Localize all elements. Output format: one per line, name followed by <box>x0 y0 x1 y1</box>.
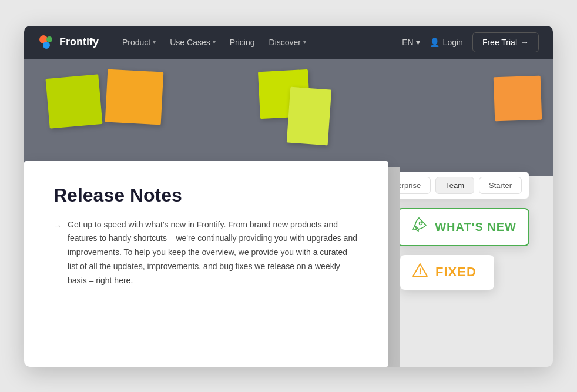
chevron-down-icon: ▾ <box>303 39 306 45</box>
svg-point-3 <box>420 222 422 225</box>
free-trial-button[interactable]: Free Trial → <box>472 32 539 52</box>
lang-selector[interactable]: EN ▾ <box>402 38 420 47</box>
logo-text: Frontify <box>59 36 99 48</box>
nav-discover[interactable]: Discover ▾ <box>264 34 311 51</box>
user-icon: 👤 <box>430 38 440 47</box>
navbar: Frontify Product ▾ Use Cases ▾ Pricing D… <box>24 26 553 59</box>
fixed-text: FIXED <box>435 264 477 280</box>
nav-use-cases[interactable]: Use Cases ▾ <box>165 34 220 51</box>
lang-label: EN <box>402 38 413 47</box>
svg-point-5 <box>420 273 421 274</box>
nav-product[interactable]: Product ▾ <box>118 34 160 51</box>
nav-links: Product ▾ Use Cases ▾ Pricing Discover ▾ <box>118 34 383 51</box>
page-wrapper: Frontify Product ▾ Use Cases ▾ Pricing D… <box>24 26 553 367</box>
chevron-down-icon: ▾ <box>213 39 216 45</box>
release-notes-description: → Get up to speed with what's new in Fro… <box>53 218 359 288</box>
nav-pricing-label: Pricing <box>230 38 255 47</box>
starter-tab-label: Starter <box>489 181 512 190</box>
whats-new-badge: WHAT'S NEW <box>397 208 529 246</box>
login-button[interactable]: 👤 Login <box>430 38 463 47</box>
rocket-icon <box>410 216 428 238</box>
nav-pricing[interactable]: Pricing <box>225 34 260 51</box>
description-text: Get up to speed with what's new in Front… <box>68 218 359 288</box>
arrow-right-icon: → <box>521 38 529 47</box>
hero-section <box>24 59 553 176</box>
filter-tab-team[interactable]: Team <box>435 177 474 194</box>
filter-tab-starter[interactable]: Starter <box>479 177 522 194</box>
sticky-note-orange-right <box>494 75 542 121</box>
svg-point-2 <box>43 42 50 49</box>
sticky-note-orange-left <box>105 69 164 125</box>
fixed-badge: FIXED <box>400 255 494 290</box>
frontify-logo-icon <box>38 34 55 51</box>
nav-use-cases-label: Use Cases <box>170 38 210 47</box>
login-label: Login <box>443 38 463 47</box>
content-card: Release Notes → Get up to speed with wha… <box>24 161 388 367</box>
team-tab-label: Team <box>445 181 464 190</box>
chevron-down-icon: ▾ <box>153 39 156 45</box>
nav-product-label: Product <box>122 38 150 47</box>
arrow-right-icon: → <box>53 219 62 288</box>
chevron-down-icon: ▾ <box>416 38 420 47</box>
whats-new-text: WHAT'S NEW <box>435 220 516 234</box>
nav-right: EN ▾ 👤 Login Free Trial → <box>402 32 539 52</box>
sticky-note-yellow-green <box>45 74 102 129</box>
svg-point-1 <box>46 36 52 42</box>
page-title: Release Notes <box>53 185 359 206</box>
warning-icon <box>412 262 428 283</box>
free-trial-label: Free Trial <box>482 38 517 47</box>
sticky-note-light-green <box>287 86 331 145</box>
nav-discover-label: Discover <box>269 38 301 47</box>
logo[interactable]: Frontify <box>38 34 99 51</box>
